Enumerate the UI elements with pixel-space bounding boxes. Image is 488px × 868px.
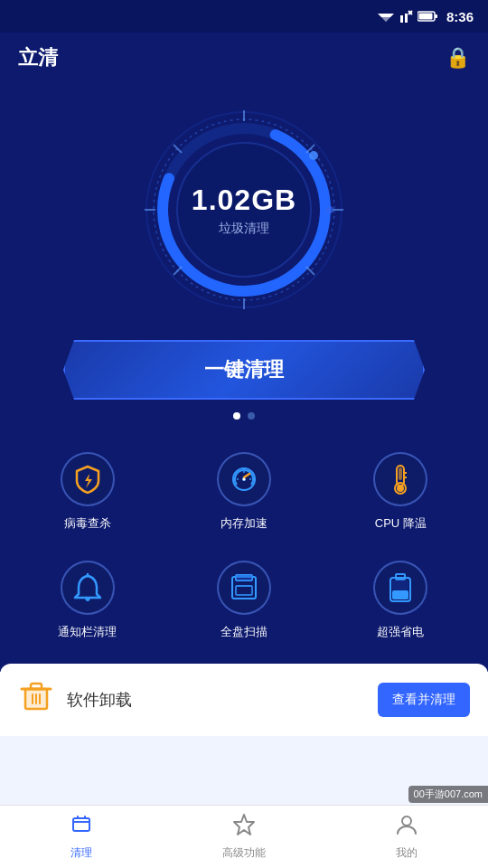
- notif-clear-icon-bg: [61, 561, 115, 615]
- power-save-icon-bg: [373, 561, 427, 615]
- svg-rect-39: [236, 575, 252, 580]
- svg-point-23: [326, 206, 333, 213]
- status-time: 8:36: [446, 9, 474, 24]
- panel-left: 软件卸载: [18, 678, 132, 722]
- virus-kill-label: 病毒查杀: [64, 515, 111, 532]
- bottom-nav: 清理 高级功能 我的: [0, 805, 488, 868]
- lock-icon[interactable]: 🔒: [446, 46, 470, 70]
- svg-rect-7: [435, 14, 437, 18]
- clean-button[interactable]: 一键清理: [63, 340, 425, 400]
- gauge-label: 垃圾清理: [192, 221, 296, 237]
- memory-boost-icon-bg: [217, 452, 271, 506]
- signal-icon: [399, 10, 413, 23]
- bottom-panel: 软件卸载 查看并清理: [0, 664, 488, 736]
- wifi-icon: [378, 10, 394, 23]
- svg-line-19: [174, 267, 182, 275]
- feature-memory-boost[interactable]: 内存加速: [165, 438, 322, 546]
- svg-rect-8: [418, 14, 432, 20]
- me-nav-label: 我的: [396, 845, 418, 861]
- gauge-value: 1.02GB: [192, 184, 296, 217]
- power-save-label: 超强省电: [377, 624, 424, 640]
- feature-virus-kill[interactable]: 病毒查杀: [9, 438, 165, 546]
- panel-title: 软件卸载: [67, 689, 132, 711]
- cpu-cool-icon-bg: [373, 452, 427, 506]
- virus-kill-icon-bg: [61, 452, 115, 506]
- battery-save-icon: [389, 572, 412, 603]
- main-content: 1.02GB 垃圾清理 一键清理 病毒查杀: [0, 83, 488, 868]
- speedometer-icon: [230, 465, 258, 494]
- status-bar: 8:36: [0, 0, 488, 33]
- svg-line-26: [244, 474, 249, 477]
- gauge-center: 1.02GB 垃圾清理: [192, 184, 296, 237]
- svg-rect-40: [236, 586, 252, 595]
- feature-cpu-cool[interactable]: CPU 降温: [323, 438, 479, 546]
- dot-2[interactable]: [248, 412, 255, 420]
- svg-point-58: [402, 816, 411, 826]
- clean-button-container: 一键清理: [18, 340, 470, 400]
- trash-icon: [18, 678, 54, 714]
- watermark: 00手游007.com: [408, 786, 488, 803]
- svg-marker-1: [380, 17, 391, 22]
- full-scan-icon-bg: [217, 561, 271, 615]
- battery-status-icon: [418, 11, 437, 22]
- svg-rect-53: [73, 818, 89, 831]
- full-scan-label: 全盘扫描: [221, 624, 267, 640]
- thermometer-icon: [388, 464, 413, 495]
- header: 立清 🔒: [0, 33, 488, 83]
- dots-container: [0, 412, 488, 420]
- feature-grid: 病毒查杀 内存加速: [0, 438, 488, 655]
- nav-item-me[interactable]: 我的: [325, 813, 488, 861]
- feature-power-save[interactable]: 超强省电: [323, 546, 479, 655]
- gauge-container[interactable]: 1.02GB 垃圾清理: [0, 83, 488, 318]
- panel-view-clean-button[interactable]: 查看并清理: [378, 683, 470, 717]
- notif-clear-label: 通知栏清理: [58, 624, 117, 640]
- nav-item-advanced[interactable]: 高级功能: [163, 813, 325, 861]
- uninstall-icon: [18, 678, 54, 722]
- status-icons: [378, 10, 437, 23]
- clean-nav-label: 清理: [70, 845, 92, 861]
- dot-1[interactable]: [233, 412, 240, 420]
- svg-rect-45: [392, 590, 408, 599]
- advanced-nav-label: 高级功能: [222, 845, 266, 861]
- svg-marker-57: [234, 815, 254, 835]
- svg-rect-2: [400, 15, 403, 23]
- shield-lightning-icon: [73, 465, 102, 494]
- svg-rect-3: [405, 14, 408, 23]
- memory-boost-label: 内存加速: [221, 515, 267, 532]
- clean-nav-icon: [70, 813, 93, 842]
- gauge-wrapper: 1.02GB 垃圾清理: [136, 101, 352, 318]
- svg-rect-32: [399, 467, 402, 480]
- feature-full-scan[interactable]: 全盘扫描: [165, 546, 322, 655]
- disk-scan-icon: [230, 573, 258, 602]
- feature-notif-clear[interactable]: 通知栏清理: [9, 546, 165, 655]
- advanced-nav-icon: [232, 813, 256, 842]
- cpu-cool-label: CPU 降温: [375, 515, 427, 532]
- me-nav-icon: [395, 813, 418, 842]
- svg-point-34: [397, 485, 404, 492]
- app-title: 立清: [18, 44, 58, 71]
- svg-point-27: [242, 478, 245, 481]
- svg-point-22: [309, 151, 318, 160]
- nav-item-clean[interactable]: 清理: [0, 813, 163, 861]
- bell-icon: [73, 572, 102, 603]
- svg-rect-49: [31, 684, 42, 689]
